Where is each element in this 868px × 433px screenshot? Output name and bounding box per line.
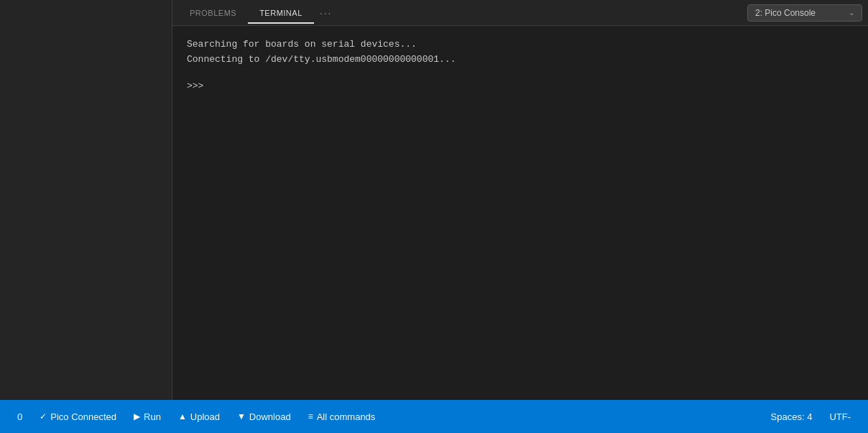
tab-terminal[interactable]: TERMINAL [248,3,314,23]
upload-label: Upload [190,411,220,422]
download-icon: ▼ [237,411,246,421]
status-spaces[interactable]: Spaces: 4 [762,400,821,433]
status-download-button[interactable]: ▼ Download [228,400,300,433]
terminal-selector-label: 2: Pico Console [755,8,816,18]
check-icon: ✓ [40,411,47,421]
status-upload-button[interactable]: ▲ Upload [170,400,228,433]
pico-connected-label: Pico Connected [50,411,116,422]
upload-icon: ▲ [178,411,187,421]
tab-more-button[interactable]: ··· [314,4,338,22]
status-all-commands-button[interactable]: ≡ All commands [300,400,384,433]
status-number: 0 [9,411,31,422]
chevron-down-icon: ⌄ [849,9,854,17]
run-icon: ▶ [134,411,140,421]
status-run-button[interactable]: ▶ Run [125,400,170,433]
terminal-line-2: Connecting to /dev/tty.usbmodem000000000… [187,53,854,68]
tab-problems[interactable]: PROBLEMS [178,3,248,23]
commands-icon: ≡ [308,411,313,421]
terminal-panel: PROBLEMS TERMINAL ··· 2: Pico Console ⌄ … [172,0,868,400]
terminal-line-1: Searching for boards on serial devices..… [187,37,854,53]
run-label: Run [144,411,161,422]
status-bar: 0 ✓ Pico Connected ▶ Run ▲ Upload ▼ Down… [0,400,868,433]
tab-bar: PROBLEMS TERMINAL ··· 2: Pico Console ⌄ [172,0,868,26]
status-pico-connected[interactable]: ✓ Pico Connected [31,400,125,433]
download-label: Download [249,411,291,422]
terminal-prompt: >>> [187,79,854,94]
status-encoding[interactable]: UTF- [821,400,859,433]
encoding-label: UTF- [829,411,851,422]
terminal-selector-dropdown[interactable]: 2: Pico Console ⌄ [747,4,862,22]
commands-label: All commands [317,411,376,422]
sidebar [0,0,172,400]
spaces-label: Spaces: 4 [771,411,813,422]
terminal-content[interactable]: Searching for boards on serial devices..… [172,26,868,400]
